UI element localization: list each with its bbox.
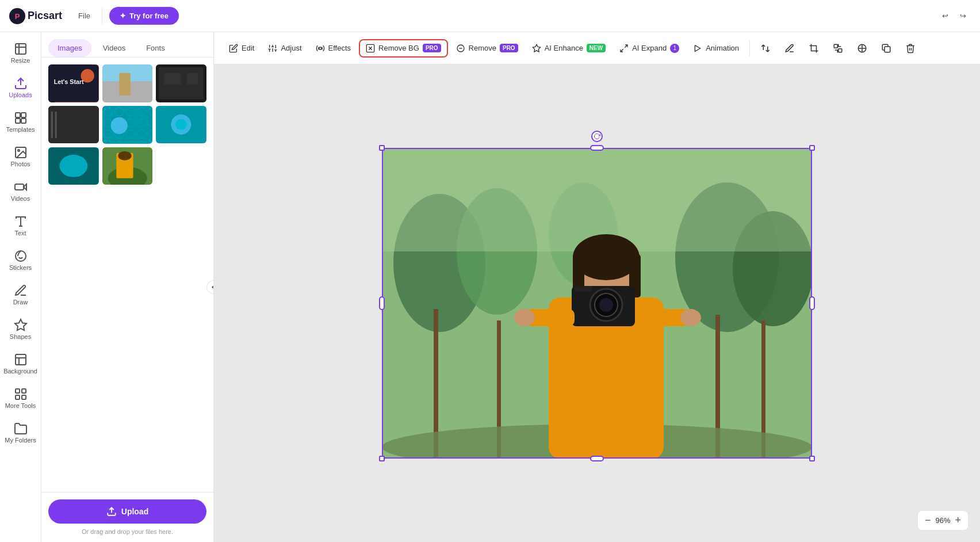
resize-label: Resize [11,57,30,64]
sidebar-item-background[interactable]: Background [2,348,39,380]
stickers-label: Stickers [9,264,32,271]
thumbnail-3[interactable] [156,64,206,102]
sidebar-item-uploads[interactable]: Uploads [2,71,39,104]
svg-rect-10 [15,184,24,190]
toolbar-divider-1 [749,40,750,56]
thumbnail-7[interactable] [48,147,99,185]
adjust-icon [268,44,277,53]
sidebar-item-videos[interactable]: Videos [2,175,39,207]
upload-hint: Or drag and drop your files here. [82,528,173,535]
file-menu[interactable]: File [74,9,95,22]
sidebar-item-shapes[interactable]: Shapes [2,313,39,345]
handle-bottom-left[interactable] [379,456,385,461]
svg-rect-20 [22,395,26,399]
toolbar: Edit Adjust Effects Remove BG PRO [214,32,980,64]
main-canvas-image[interactable] [382,148,812,459]
svg-rect-89 [575,286,592,292]
sidebar-item-my-folders[interactable]: My Folders [2,417,39,449]
undo-button[interactable]: ↩ [937,9,953,22]
toolbar-delete-button[interactable] [899,40,921,57]
rotate-icon [594,133,600,140]
toolbar-duplicate-button[interactable] [875,40,897,57]
ai-expand-label: AI Expand [632,44,667,52]
text-icon [14,215,28,228]
thumbnail-6[interactable] [156,106,206,144]
delete-icon [905,43,916,54]
toolbar-draw-button[interactable] [779,40,801,57]
thumb-6-visual [156,106,206,144]
thumb-8-visual [102,147,153,185]
svg-point-23 [81,69,94,82]
zoom-in-button[interactable]: + [955,514,961,526]
svg-rect-32 [51,112,53,138]
logo: P Picsart [9,8,62,24]
toolbar-animation-button[interactable]: Animation [687,40,745,56]
remove-bg-badge: PRO [423,44,441,52]
thumb-2-visual [102,64,153,102]
panel-tabs: Images Videos Fonts [41,32,213,58]
sidebar-item-more-tools[interactable]: More Tools [2,382,39,414]
right-section: Edit Adjust Effects Remove BG PRO [214,32,980,542]
pen-icon [784,43,795,54]
ai-enhance-icon [532,44,541,53]
toolbar-ai-enhance-button[interactable]: AI Enhance NEW [526,40,612,56]
try-for-free-button[interactable]: ✦ Try for free [109,7,179,25]
sidebar-item-text[interactable]: Text [2,209,39,242]
thumb-7-visual [48,147,99,185]
thumbnail-2[interactable] [102,64,153,102]
tab-videos[interactable]: Videos [94,39,135,57]
resize-icon [14,42,28,56]
sidebar-item-templates[interactable]: Templates [2,106,39,138]
handle-top-right[interactable] [809,145,815,151]
ai-enhance-badge: NEW [587,44,606,52]
tab-fonts[interactable]: Fonts [137,39,174,57]
svg-text:Let's Start: Let's Start [54,78,84,85]
thumbnail-8[interactable] [102,147,153,185]
undo-redo-group: ↩ ↪ [937,9,971,22]
toolbar-effects-button[interactable]: Effects [310,40,357,56]
thumbnail-5[interactable] [102,106,153,144]
toolbar-replace-button[interactable] [827,40,849,57]
videos-label: Videos [11,195,30,202]
toolbar-crop-button[interactable] [803,40,825,57]
sidebar-item-stickers[interactable]: Stickers [2,244,39,276]
sticker-icon [14,249,28,263]
toolbar-remove-bg-button[interactable]: Remove BG PRO [359,39,447,58]
toolbar-edit-button[interactable]: Edit [223,40,260,56]
toolbar-flip-button[interactable] [755,40,776,57]
toolbar-style-transfer-button[interactable] [851,40,873,57]
handle-middle-left[interactable] [379,296,385,310]
edit-label: Edit [242,44,254,52]
sidebar-item-draw[interactable]: Draw [2,278,39,311]
upload-button[interactable]: Upload [48,499,206,524]
zoom-out-button[interactable]: − [925,514,931,526]
picsart-logo-icon: P [9,8,25,24]
handle-top-left[interactable] [379,145,385,151]
svg-rect-19 [16,395,20,399]
animation-icon [693,44,702,53]
thumbnail-4[interactable] [48,106,99,144]
thumbnail-1[interactable]: Let's Start [48,64,99,102]
toolbar-remove-button[interactable]: Remove PRO [450,40,524,56]
tab-images[interactable]: Images [48,39,91,57]
handle-middle-right[interactable] [809,296,815,310]
edit-icon [229,44,238,53]
panel: Images Videos Fonts Let's Start [41,32,214,542]
toolbar-ai-expand-button[interactable]: AI Expand 1 [614,40,685,56]
svg-rect-36 [102,106,153,143]
top-bar: P Picsart File ✦ Try for free ↩ ↪ [0,0,980,32]
handle-top-center[interactable] [590,145,604,151]
handle-bottom-right[interactable] [809,456,815,461]
redo-button[interactable]: ↪ [955,9,971,22]
templates-label: Templates [6,126,35,133]
effects-label: Effects [328,44,351,52]
handle-bottom-center[interactable] [590,456,604,461]
toolbar-adjust-button[interactable]: Adjust [262,40,307,56]
sidebar-item-resize[interactable]: Resize [2,37,39,69]
rotate-handle[interactable] [591,131,603,142]
svg-rect-6 [16,119,20,123]
svg-rect-65 [885,47,890,52]
sidebar-item-photos[interactable]: Photos [2,140,39,173]
replace-icon [833,43,843,54]
video-icon [14,180,28,194]
